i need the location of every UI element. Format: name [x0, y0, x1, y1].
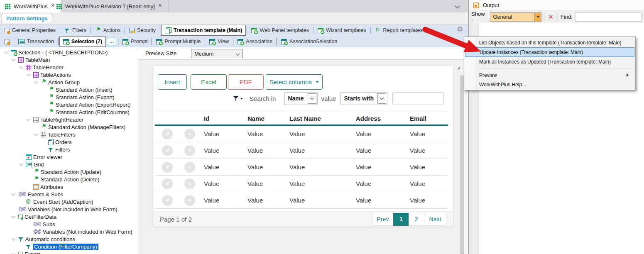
chevron-expand-icon[interactable]: [11, 214, 17, 220]
part-item-association[interactable]: Association: [234, 36, 276, 47]
tree-item-tablemain[interactable]: TableMain: [0, 56, 138, 64]
close-icon[interactable]: [158, 4, 163, 9]
chevron-spacer: [41, 147, 47, 152]
part-item-selection-7[interactable]: Selection (7): [59, 36, 106, 47]
output-icon: [473, 2, 479, 8]
page-button-1[interactable]: 1: [393, 213, 409, 226]
preview-size-select[interactable]: Medium: [191, 49, 243, 58]
tree-item-action-group[interactable]: Action Group: [0, 78, 138, 86]
template-tab-transaction-template-main[interactable]: Transaction template (Main): [161, 25, 246, 36]
template-tab-wizard-templates[interactable]: Wizard templates: [314, 25, 370, 36]
delete-row-icon[interactable]: [184, 162, 195, 173]
tree-item-orders[interactable]: Orders: [0, 138, 138, 146]
tree-item-variables-not-included-in-web-form[interactable]: Variables (Not included in Web Form): [0, 228, 138, 235]
tab-workwithplus-revision[interactable]: WorkWithPlus Revision:7 [Read-only]: [51, 0, 169, 12]
part-item-prompt[interactable]: Prompt: [119, 36, 151, 47]
excel-button[interactable]: Excel: [191, 74, 227, 90]
tree-item-variables-not-included-in-web-form[interactable]: Variables (Not included in Web Form): [0, 205, 138, 213]
chevron-expand-icon[interactable]: [33, 79, 39, 85]
edit-row-icon[interactable]: [162, 195, 173, 206]
delete-row-icon[interactable]: [184, 145, 195, 156]
part-item-prompt-multiple[interactable]: Prompt Multiple: [153, 36, 204, 47]
template-tab-security[interactable]: Security: [126, 25, 159, 36]
part-item-view[interactable]: View: [206, 36, 232, 47]
tree-item-tablerightheader[interactable]: TableRightHeader: [0, 116, 138, 123]
tree-item-standard-action-editcolumns[interactable]: Standard Action (EditColumns): [0, 108, 138, 116]
find-input[interactable]: [575, 12, 642, 22]
tree-item-condition-filtercompany[interactable]: Condition (FilterCompany): [0, 243, 138, 250]
template-tab-web-panel-templates[interactable]: Web Panel templates: [248, 25, 312, 36]
chevron-expand-icon[interactable]: [18, 64, 24, 70]
insert-button[interactable]: Insert: [158, 74, 187, 90]
tree-item-tableactions[interactable]: TableActions: [0, 71, 138, 78]
clear-output-icon[interactable]: [548, 13, 555, 21]
tree-item-standard-action-insert[interactable]: Standard Action (Insert): [0, 86, 138, 93]
edit-row-icon[interactable]: [162, 178, 173, 189]
edit-row-icon[interactable]: [162, 129, 173, 139]
tree-item-standard-action-exportreport[interactable]: Standard Action (ExportReport): [0, 101, 138, 108]
menu-item-list-objects-based-on-this-template-transaction-template-main[interactable]: List Objects based on this template (Tra…: [465, 38, 634, 47]
search-value-input[interactable]: [392, 92, 444, 105]
template-tab-general-properties[interactable]: General Properties: [1, 25, 59, 36]
delete-row-icon[interactable]: [184, 129, 195, 139]
tree-item-selection-trn-description[interactable]: Selection - ( <TRN_DESCRIPTION>): [0, 49, 138, 56]
edit-row-icon[interactable]: [162, 162, 173, 173]
part-item-item[interactable]: [1, 36, 13, 47]
tree-item-standard-action-update[interactable]: Standard Action (Update): [0, 168, 138, 176]
tree-item-grid[interactable]: Grid: [0, 161, 138, 168]
scrollbar-thumb[interactable]: [460, 76, 464, 254]
page-button-prev[interactable]: Prev: [372, 213, 394, 226]
search-operator-select[interactable]: Starts with: [340, 92, 387, 105]
tree-item-attributes[interactable]: Attributes: [0, 183, 138, 190]
chevron-expand-icon[interactable]: [18, 161, 24, 167]
menu-item-preview[interactable]: Preview: [465, 70, 634, 80]
chevron-expand-icon[interactable]: [26, 117, 32, 122]
toolbar-divider: [233, 38, 233, 45]
menu-item-workwithplus-help[interactable]: WorkWithPlus Help...: [465, 80, 634, 89]
tab-list-chevron-down-icon[interactable]: [455, 4, 460, 9]
delete-row-icon[interactable]: [184, 195, 195, 206]
page-button-2[interactable]: 2: [409, 213, 424, 226]
tree-item-standard-action-export[interactable]: Standard Action (Export): [0, 93, 138, 101]
tree-item-tablefilters[interactable]: TableFilters: [0, 131, 138, 138]
chevron-expand-icon[interactable]: [11, 57, 17, 63]
vertical-scrollbar[interactable]: [460, 63, 465, 254]
show-select[interactable]: General: [490, 12, 541, 22]
chevron-expand-icon[interactable]: [11, 236, 17, 242]
chevron-expand-icon[interactable]: [11, 191, 17, 197]
filter-funnel-icon[interactable]: [233, 95, 239, 101]
menu-item-update-instances-transaction-template-main[interactable]: Update Instances (Transaction template: …: [465, 47, 634, 57]
template-tab-filters[interactable]: Filters: [61, 25, 90, 36]
template-tab-actions[interactable]: Actions: [92, 25, 124, 36]
chevron-expand-icon[interactable]: [3, 49, 9, 55]
tree-item-subs[interactable]: Subs: [0, 220, 138, 228]
part-item-item[interactable]: [107, 38, 116, 45]
tree-item-tableheader[interactable]: TableHeader: [0, 64, 138, 71]
part-item-transaction[interactable]: Transaction: [15, 36, 57, 47]
chevron-down-icon: [377, 93, 386, 104]
tree-item-standard-action-managefilters[interactable]: Standard Action (ManageFilters): [0, 123, 138, 131]
part-item-associationselection[interactable]: AssociationSelection: [278, 36, 340, 47]
tree-item-getfilterdata[interactable]: GetFilterData: [0, 213, 138, 220]
tree-item-error-viewer[interactable]: Error viewer: [0, 153, 138, 161]
chevron-expand-icon[interactable]: [33, 132, 39, 137]
tree-item-standard-action-delete[interactable]: Standard Action (Delete): [0, 176, 138, 183]
page-button-next[interactable]: Next: [424, 213, 446, 226]
select-columns-button[interactable]: Select columns: [266, 74, 323, 90]
chevron-expand-icon[interactable]: [26, 72, 32, 78]
show-value: General: [490, 13, 534, 21]
search-field-select[interactable]: Name: [284, 92, 317, 105]
tree-item-events-subs[interactable]: Events & Subs: [0, 190, 138, 198]
tree-item-automatic-conditions[interactable]: Automatic conditions: [0, 235, 138, 243]
tree-item-event-start-addcaption[interactable]: Event Start (AddCaption): [0, 198, 138, 205]
gear-icon[interactable]: [457, 25, 466, 35]
edit-row-icon[interactable]: [162, 145, 173, 156]
template-tab-report-templates[interactable]: Report templates: [372, 25, 426, 36]
delete-row-icon[interactable]: [184, 178, 195, 189]
pdf-button[interactable]: PDF: [228, 74, 264, 90]
chevron-expand-icon[interactable]: [11, 251, 17, 254]
tree-item-filters[interactable]: Filters: [0, 146, 138, 153]
tree-item-export[interactable]: Export: [0, 250, 138, 254]
pattern-settings-button[interactable]: Pattern Settings: [2, 14, 52, 23]
menu-item-mark-all-instances-as-updated-transaction-template-main[interactable]: Mark all Instances as Updated (Transacti…: [465, 57, 634, 66]
